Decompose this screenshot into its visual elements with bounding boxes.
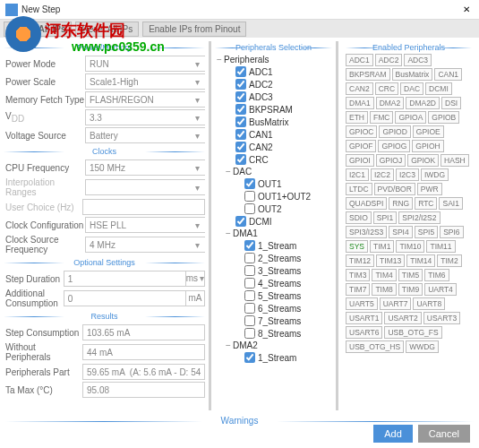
chip-rtc[interactable]: RTC: [415, 197, 437, 210]
tree-checkbox[interactable]: [244, 203, 255, 214]
tree-checkbox[interactable]: [244, 191, 255, 202]
power-mode-select[interactable]: [85, 56, 205, 72]
chip-iwdg[interactable]: IWDG: [421, 168, 449, 181]
chip-usart1[interactable]: USART1: [346, 312, 382, 324]
tree-checkbox[interactable]: [244, 265, 255, 276]
step-duration-unit[interactable]: ms: [186, 271, 205, 287]
tree-item-dac[interactable]: −DAC: [215, 166, 332, 177]
chip-tim8[interactable]: TIM8: [372, 283, 396, 296]
chip-sai1[interactable]: SAI1: [439, 197, 462, 210]
chip-tim1[interactable]: TIM1: [370, 240, 394, 253]
tree-checkbox[interactable]: [235, 66, 246, 77]
chip-dma2d[interactable]: DMA2D: [406, 97, 440, 109]
chip-adc2[interactable]: ADC2: [375, 54, 403, 66]
tree-checkbox[interactable]: [235, 79, 246, 90]
memory-fetch-select[interactable]: [85, 91, 205, 108]
tree-item-3_streams[interactable]: 3_Streams: [215, 264, 332, 277]
chip-tim7[interactable]: TIM7: [346, 283, 370, 296]
tree-item-out2[interactable]: OUT2: [215, 202, 332, 215]
chip-usb-otg-hs[interactable]: USB_OTG_HS: [346, 340, 404, 353]
expand-icon[interactable]: −: [224, 167, 233, 177]
tree-item-can2[interactable]: CAN2: [215, 141, 332, 153]
chip-dac[interactable]: DAC: [400, 82, 423, 95]
add-button[interactable]: Add: [373, 425, 413, 443]
tree-checkbox[interactable]: [244, 178, 255, 189]
chip-tim2[interactable]: TIM2: [437, 254, 461, 267]
tree-checkbox[interactable]: [244, 278, 255, 289]
close-icon[interactable]: ✕: [459, 3, 474, 17]
enable-from-pinout-button[interactable]: Enable IPs from Pinout: [142, 22, 246, 37]
tree-checkbox[interactable]: [244, 315, 255, 326]
chip-i2c2[interactable]: I2C2: [371, 168, 394, 181]
tree-checkbox[interactable]: [244, 290, 255, 301]
chip-gpioh[interactable]: GPIOH: [412, 140, 443, 152]
tree-item-5_streams[interactable]: 5_Streams: [215, 289, 332, 302]
tree-checkbox[interactable]: [244, 303, 255, 314]
expand-icon[interactable]: −: [215, 55, 224, 65]
chip-tim4[interactable]: TIM4: [372, 269, 396, 281]
chip-adc1[interactable]: ADC1: [346, 54, 373, 66]
chip-gpiof[interactable]: GPIOF: [346, 140, 376, 152]
clock-config-select[interactable]: [85, 217, 205, 233]
tree-item-7_streams[interactable]: 7_Streams: [215, 314, 332, 327]
chip-uart4[interactable]: UART4: [424, 283, 457, 296]
user-choice-field[interactable]: [82, 199, 205, 215]
tree-item-out1[interactable]: OUT1: [215, 177, 332, 190]
tree-item-busmatrix[interactable]: BusMatrix: [215, 116, 332, 128]
step-duration-field[interactable]: [64, 271, 186, 287]
tree-checkbox[interactable]: [244, 352, 255, 363]
chip-tim13[interactable]: TIM13: [376, 254, 405, 267]
chip-gpioe[interactable]: GPIOE: [413, 125, 444, 138]
chip-hash[interactable]: HASH: [441, 154, 469, 167]
chip-gpioc[interactable]: GPIOC: [346, 125, 377, 138]
chip-spi1[interactable]: SPI1: [373, 211, 397, 224]
chip-crc[interactable]: CRC: [375, 82, 398, 95]
chip-tim3[interactable]: TIM3: [346, 269, 370, 281]
chip-fmc[interactable]: FMC: [370, 111, 393, 124]
chip-spi6[interactable]: SPI6: [440, 226, 463, 238]
chip-tim5[interactable]: TIM5: [398, 269, 423, 281]
tree-checkbox[interactable]: [235, 129, 246, 140]
chip-dsi[interactable]: DSI: [441, 97, 461, 109]
chip-tim9[interactable]: TIM9: [398, 283, 423, 296]
chip-dma1[interactable]: DMA1: [346, 97, 374, 109]
chip-gpiog[interactable]: GPIOG: [378, 140, 410, 152]
chip-gpiod[interactable]: GPIOD: [379, 125, 410, 138]
cpu-freq-select[interactable]: [85, 159, 205, 176]
chip-i2c1[interactable]: I2C1: [346, 168, 369, 181]
tree-item-bkpsram[interactable]: BKPSRAM: [215, 103, 332, 116]
chip-spi5[interactable]: SPI5: [415, 226, 438, 238]
tree-item-2_streams[interactable]: 2_Streams: [215, 252, 332, 264]
chip-uart8[interactable]: UART8: [413, 297, 445, 310]
chip-uart7[interactable]: UART7: [380, 297, 412, 310]
chip-ltdc[interactable]: LTDC: [346, 183, 372, 195]
chip-gpiob[interactable]: GPIOB: [428, 111, 459, 124]
chip-adc3[interactable]: ADC3: [404, 54, 432, 66]
vdd-select[interactable]: [85, 109, 205, 125]
tree-checkbox[interactable]: [235, 216, 246, 227]
power-scale-select[interactable]: [85, 73, 205, 90]
tree-item-1_stream[interactable]: 1_Stream: [215, 239, 332, 252]
tree-item-adc2[interactable]: ADC2: [215, 78, 332, 90]
tree-checkbox[interactable]: [244, 240, 255, 251]
expand-icon[interactable]: −: [224, 340, 233, 350]
chip-dma2[interactable]: DMA2: [376, 97, 405, 109]
chip-tim12[interactable]: TIM12: [346, 254, 374, 267]
chip-gpiok[interactable]: GPIOK: [407, 154, 439, 167]
tree-item-peripherals[interactable]: −Peripherals: [215, 54, 332, 65]
chip-gpioa[interactable]: GPIOA: [395, 111, 426, 124]
tree-item-8_streams[interactable]: 8_Streams: [215, 327, 332, 340]
tree-item-dcmi[interactable]: DCMI: [215, 215, 332, 228]
chip-can1[interactable]: CAN1: [434, 68, 462, 81]
chip-rng[interactable]: RNG: [389, 197, 413, 210]
tree-item-1_stream[interactable]: 1_Stream: [215, 351, 332, 364]
tree-checkbox[interactable]: [244, 253, 255, 263]
tree-item-4_streams[interactable]: 4_Streams: [215, 277, 332, 289]
chip-tim11[interactable]: TIM11: [426, 240, 455, 253]
tree-item-6_streams[interactable]: 6_Streams: [215, 302, 332, 314]
chip-spi4[interactable]: SPI4: [389, 226, 412, 238]
chip-bkpsram[interactable]: BKPSRAM: [346, 68, 390, 81]
chip-quadspi[interactable]: QUADSPI: [346, 197, 387, 210]
tree-item-crc[interactable]: CRC: [215, 153, 332, 166]
chip-sdio[interactable]: SDIO: [346, 211, 372, 224]
